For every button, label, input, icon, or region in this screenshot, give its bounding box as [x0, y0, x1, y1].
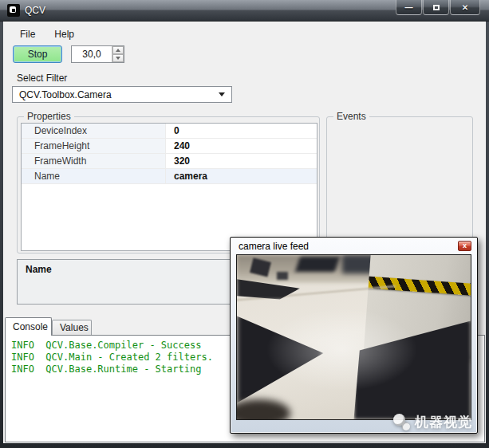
- camera-feed-image: [236, 254, 471, 420]
- scene-hazard-tape: [358, 275, 471, 295]
- property-value[interactable]: 240: [166, 139, 317, 153]
- scene-corner-shadow: [236, 399, 290, 420]
- property-value[interactable]: 0: [166, 124, 317, 138]
- window-controls: — ✕: [395, 0, 480, 15]
- property-row[interactable]: FrameHeight 240: [22, 139, 317, 154]
- property-row[interactable]: DeviceIndex 0: [22, 124, 317, 139]
- events-title: Events: [333, 111, 369, 122]
- scene-small-cube: [277, 272, 289, 280]
- close-button[interactable]: ✕: [450, 0, 480, 15]
- property-value[interactable]: 320: [166, 154, 317, 168]
- tab-console[interactable]: Console: [5, 317, 52, 336]
- filter-dropdown[interactable]: QCV.Toolbox.Camera: [12, 86, 232, 103]
- property-name: FrameWidth: [22, 154, 166, 168]
- qcv-main-window: QCV — ✕ File Help Stop: [0, 0, 489, 448]
- properties-title: Properties: [24, 111, 74, 122]
- spinner-arrows: [112, 46, 124, 62]
- maximize-icon: [433, 5, 440, 10]
- property-row[interactable]: FrameWidth 320: [22, 154, 317, 169]
- select-filter-label: Select Filter: [17, 73, 67, 84]
- property-value[interactable]: camera: [166, 169, 317, 183]
- filter-selected-value: QCV.Toolbox.Camera: [19, 89, 219, 100]
- menu-file[interactable]: File: [10, 26, 45, 43]
- scene-dark-object: [295, 257, 340, 272]
- maximize-button[interactable]: [423, 0, 449, 15]
- property-row[interactable]: Name camera: [22, 169, 317, 184]
- titlebar[interactable]: QCV — ✕: [0, 0, 489, 22]
- app-icon: [7, 4, 20, 17]
- close-icon: x: [463, 242, 467, 250]
- tab-values[interactable]: Values: [52, 320, 92, 336]
- events-groupbox: Events: [326, 116, 473, 253]
- minimize-button[interactable]: —: [396, 0, 422, 15]
- menubar: File Help: [10, 26, 84, 43]
- chevron-down-icon: [219, 92, 225, 96]
- watermark: 机器视觉: [393, 413, 472, 431]
- minimize-icon: —: [405, 3, 413, 12]
- property-name: Name: [22, 169, 166, 183]
- scene-paper-highlight: [260, 305, 424, 395]
- camera-close-button[interactable]: x: [458, 241, 471, 251]
- property-name: FrameHeight: [22, 139, 166, 153]
- properties-groupbox: Properties DeviceIndex 0 FrameHeight 240…: [17, 116, 320, 253]
- properties-table: DeviceIndex 0 FrameHeight 240 FrameWidth…: [21, 123, 317, 251]
- fps-spinbox: [71, 45, 124, 63]
- arrow-down-icon: [116, 57, 120, 60]
- arrow-up-icon: [116, 49, 120, 52]
- spin-up-button[interactable]: [112, 46, 124, 54]
- close-icon: ✕: [462, 3, 468, 12]
- camera-live-feed-window: camera live feed x: [230, 237, 478, 434]
- stop-button[interactable]: Stop: [13, 45, 62, 63]
- camera-scene: [237, 255, 471, 419]
- spin-down-button[interactable]: [112, 54, 124, 62]
- watermark-text: 机器视觉: [415, 413, 472, 431]
- property-name: DeviceIndex: [22, 124, 166, 138]
- camera-window-titlebar[interactable]: camera live feed x: [231, 238, 477, 254]
- window-title: QCV: [25, 5, 45, 16]
- fps-input[interactable]: [72, 46, 112, 62]
- camera-window-title: camera live feed: [239, 241, 309, 252]
- watermark-logo-icon: [393, 414, 410, 430]
- menu-help[interactable]: Help: [45, 26, 84, 43]
